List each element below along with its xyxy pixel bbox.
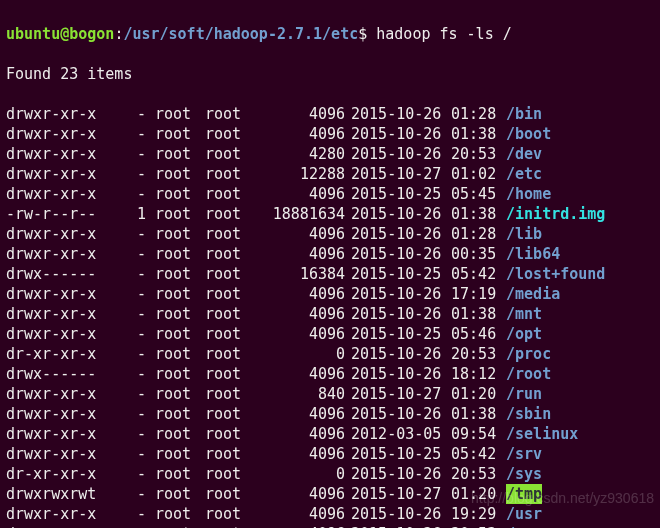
date-cell: 2015-10-26 bbox=[345, 144, 451, 164]
listing-row: drwxr-xr-x- rootroot40962015-10-2505:46/… bbox=[6, 324, 654, 344]
time-cell: 01:20 bbox=[451, 384, 506, 404]
links-cell: - bbox=[116, 104, 146, 124]
size-cell: 0 bbox=[255, 344, 345, 364]
owner-cell: root bbox=[155, 424, 205, 444]
owner-cell: root bbox=[155, 224, 205, 244]
time-cell: 17:19 bbox=[451, 284, 506, 304]
time-cell: 01:20 bbox=[451, 484, 506, 504]
perm-cell: dr-xr-xr-x bbox=[6, 344, 116, 364]
name-cell: /proc bbox=[506, 344, 551, 364]
links-cell: - bbox=[116, 364, 146, 384]
listing-rows: drwxr-xr-x- rootroot40962015-10-2601:28/… bbox=[6, 104, 654, 528]
size-cell: 4096 bbox=[255, 324, 345, 344]
date-cell: 2015-10-26 bbox=[345, 284, 451, 304]
links-cell: - bbox=[116, 144, 146, 164]
listing-row: drwx------- rootroot163842015-10-2505:42… bbox=[6, 264, 654, 284]
size-cell: 4096 bbox=[255, 484, 345, 504]
links-cell: - bbox=[116, 524, 146, 528]
date-cell: 2015-10-26 bbox=[345, 404, 451, 424]
perm-cell: drwxr-xr-x bbox=[6, 384, 116, 404]
owner-cell: root bbox=[155, 284, 205, 304]
group-cell: root bbox=[205, 384, 255, 404]
listing-row: dr-xr-xr-x- rootroot02015-10-2620:53/sys bbox=[6, 464, 654, 484]
owner-cell: root bbox=[155, 244, 205, 264]
perm-cell: drwxr-xr-x bbox=[6, 164, 116, 184]
name-cell: /tmp bbox=[506, 484, 542, 504]
owner-cell: root bbox=[155, 104, 205, 124]
owner-cell: root bbox=[155, 324, 205, 344]
listing-row: drwxr-xr-x- rootroot42802015-10-2620:53/… bbox=[6, 144, 654, 164]
perm-cell: drwxr-xr-x bbox=[6, 224, 116, 244]
perm-cell: drwxr-xr-x bbox=[6, 124, 116, 144]
links-cell: - bbox=[116, 504, 146, 524]
owner-cell: root bbox=[155, 444, 205, 464]
perm-cell: drwxr-xr-x bbox=[6, 184, 116, 204]
time-cell: 20:53 bbox=[451, 144, 506, 164]
name-cell: /mnt bbox=[506, 304, 542, 324]
name-cell: /boot bbox=[506, 124, 551, 144]
size-cell: 18881634 bbox=[255, 204, 345, 224]
owner-cell: root bbox=[155, 124, 205, 144]
links-cell: - bbox=[116, 164, 146, 184]
size-cell: 4096 bbox=[255, 304, 345, 324]
name-cell: /media bbox=[506, 284, 560, 304]
group-cell: root bbox=[205, 204, 255, 224]
group-cell: root bbox=[205, 424, 255, 444]
links-cell: - bbox=[116, 304, 146, 324]
size-cell: 4096 bbox=[255, 224, 345, 244]
group-cell: root bbox=[205, 304, 255, 324]
perm-cell: drwxr-xr-x bbox=[6, 504, 116, 524]
prompt-sep2: $ bbox=[358, 25, 376, 43]
group-cell: root bbox=[205, 104, 255, 124]
size-cell: 4096 bbox=[255, 244, 345, 264]
listing-row: dr-xr-xr-x- rootroot02015-10-2620:53/pro… bbox=[6, 344, 654, 364]
date-cell: 2012-03-05 bbox=[345, 424, 451, 444]
size-cell: 0 bbox=[255, 464, 345, 484]
owner-cell: root bbox=[155, 344, 205, 364]
perm-cell: dr-xr-xr-x bbox=[6, 464, 116, 484]
links-cell: - bbox=[116, 244, 146, 264]
perm-cell: drwxrwxrwt bbox=[6, 484, 116, 504]
owner-cell: root bbox=[155, 484, 205, 504]
date-cell: 2015-10-25 bbox=[345, 324, 451, 344]
group-cell: root bbox=[205, 344, 255, 364]
time-cell: 00:35 bbox=[451, 244, 506, 264]
perm-cell: drwxr-xr-x bbox=[6, 284, 116, 304]
prompt-line-1: ubuntu@bogon:/usr/soft/hadoop-2.7.1/etc$… bbox=[6, 24, 654, 44]
terminal-output[interactable]: ubuntu@bogon:/usr/soft/hadoop-2.7.1/etc$… bbox=[0, 0, 660, 528]
time-cell: 19:29 bbox=[451, 504, 506, 524]
time-cell: 01:02 bbox=[451, 164, 506, 184]
owner-cell: root bbox=[155, 404, 205, 424]
group-cell: root bbox=[205, 404, 255, 424]
perm-cell: drwxr-xr-x bbox=[6, 304, 116, 324]
perm-cell: drwxr-xr-x bbox=[6, 104, 116, 124]
links-cell: - bbox=[116, 184, 146, 204]
size-cell: 4096 bbox=[255, 424, 345, 444]
time-cell: 01:38 bbox=[451, 124, 506, 144]
perm-cell: drwxr-xr-x bbox=[6, 244, 116, 264]
size-cell: 4096 bbox=[255, 104, 345, 124]
size-cell: 4280 bbox=[255, 144, 345, 164]
listing-row: drwxr-xr-x- rootroot40962015-10-2601:38/… bbox=[6, 404, 654, 424]
owner-cell: root bbox=[155, 144, 205, 164]
time-cell: 20:53 bbox=[451, 344, 506, 364]
size-cell: 16384 bbox=[255, 264, 345, 284]
links-cell: - bbox=[116, 324, 146, 344]
time-cell: 20:53 bbox=[451, 524, 506, 528]
owner-cell: root bbox=[155, 524, 205, 528]
name-cell: /lib bbox=[506, 224, 542, 244]
listing-row: drwxr-xr-x- rootroot40962015-10-2601:28/… bbox=[6, 104, 654, 124]
date-cell: 2015-10-27 bbox=[345, 484, 451, 504]
name-cell: /dev bbox=[506, 144, 542, 164]
listing-row: drwxr-xr-x- rootroot40962015-10-2601:38/… bbox=[6, 124, 654, 144]
date-cell: 2015-10-26 bbox=[345, 204, 451, 224]
group-cell: root bbox=[205, 144, 255, 164]
name-cell: /root bbox=[506, 364, 551, 384]
date-cell: 2015-10-26 bbox=[345, 464, 451, 484]
date-cell: 2015-10-26 bbox=[345, 124, 451, 144]
group-cell: root bbox=[205, 124, 255, 144]
listing-row: drwxr-xr-x- rootroot40962015-10-2617:19/… bbox=[6, 284, 654, 304]
listing-row: drwxr-xr-x- rootroot40962015-10-2601:28/… bbox=[6, 224, 654, 244]
prompt-user-host: ubuntu@bogon bbox=[6, 25, 114, 43]
size-cell: 840 bbox=[255, 384, 345, 404]
